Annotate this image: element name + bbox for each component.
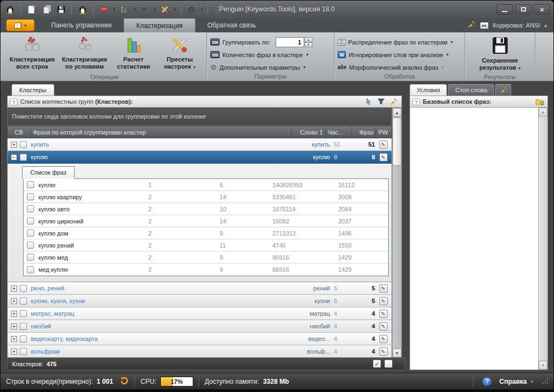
encoding-label[interactable]: Кодировка: ANSI (493, 22, 540, 29)
phrase-row[interactable]: куплю1514082699316112 (24, 179, 388, 191)
cluster-row[interactable]: + кухню, кухня, кухни кухни 5 5 ✎ (7, 295, 392, 307)
edit-icon[interactable]: ✎ (379, 284, 388, 293)
app-penguin-icon[interactable] (4, 3, 16, 15)
dropdown-arrow-icon[interactable]: ▾ (530, 379, 533, 384)
row-checkbox[interactable] (20, 323, 27, 330)
column-header-count[interactable]: Фраз (352, 126, 376, 138)
morphology-button[interactable]: a‖e Морфологический анализ фраз ▾ (338, 62, 453, 72)
scrollbar-thumb[interactable] (393, 117, 401, 166)
expand-icon[interactable]: + (11, 298, 17, 304)
phrase-row[interactable]: куплю рений21147451559 (24, 239, 388, 251)
row-checkbox[interactable] (20, 285, 27, 292)
dropdown-arrow-icon[interactable]: ▾ (228, 7, 230, 12)
dropdown-arrow-icon[interactable]: ▾ (113, 7, 115, 12)
gear-icon[interactable]: ⚙ (186, 3, 198, 15)
expand-icon[interactable]: + (11, 336, 17, 342)
help-label[interactable]: Справка (499, 378, 527, 385)
cluster-row-selected[interactable]: − куплю куплю 8 8 ✎ (7, 151, 392, 164)
scroll-up-icon[interactable]: ▲ (539, 108, 547, 116)
column-header-phrase[interactable]: Фраза по которой сгруппирован кластер (31, 126, 292, 138)
cluster-row[interactable]: + ниобий ниобий 4 4 ✎ (7, 320, 392, 333)
expand-icon[interactable]: + (11, 311, 17, 317)
base-phrases-list[interactable]: ▲ ▼ (410, 107, 548, 370)
spin-down-icon[interactable]: ▼ (305, 42, 312, 47)
cluster-row[interactable]: + вольфрам вольф... 4 4 ✎ (7, 345, 392, 358)
edit-icon[interactable]: ✎ (379, 141, 388, 149)
column-header-freq[interactable]: Час... (326, 126, 352, 138)
cluster-row[interactable]: + видеокарту, видеокарта видео... 4 4 ✎ (7, 333, 392, 345)
penguin-tool-icon[interactable] (76, 3, 88, 15)
row-checkbox[interactable] (27, 242, 34, 249)
resize-grip[interactable] (541, 378, 548, 385)
column-header-word1[interactable]: Слово 1 (292, 126, 326, 138)
phrase-row[interactable]: куплю квартиру21453304613008 (24, 191, 388, 203)
row-checkbox[interactable] (20, 141, 27, 148)
column-header-pw[interactable]: PW (376, 126, 391, 138)
phrase-row[interactable]: куплю дом2927133121496 (24, 227, 388, 239)
save-icon[interactable] (55, 3, 67, 15)
broom-icon[interactable] (467, 20, 475, 30)
spin-up-icon[interactable]: ▲ (305, 37, 312, 42)
cluster-row[interactable]: + рено, рений рений 5 5 ✎ (7, 282, 392, 295)
tab-stopwords[interactable]: Стоп слова (448, 84, 494, 96)
help-icon[interactable]: ? (483, 377, 491, 386)
ignore-words-button[interactable]: W Игнорирование слов при анализе ▾ (338, 49, 453, 60)
expand-icon[interactable]: + (11, 285, 17, 292)
tab-broom[interactable] (495, 84, 511, 96)
scroll-down-icon[interactable]: ▼ (393, 349, 401, 357)
row-checkbox[interactable] (27, 205, 34, 212)
save-results-button[interactable]: Сохранениерезультатов ▾ (470, 35, 530, 73)
cluster-by-conditions-button[interactable]: Кластеризацияпо условиям (58, 35, 110, 73)
distribution-button[interactable]: Распределение фраз по кластерам ▾ (338, 37, 453, 47)
edit-icon[interactable]: ✎ (379, 348, 388, 356)
group-by-area[interactable]: Поместите сюда заголовок колонки для гру… (7, 108, 392, 126)
row-checkbox[interactable] (27, 254, 34, 261)
tab-clusters[interactable]: Кластеры (12, 84, 54, 96)
phrase-row[interactable]: мед куплю29869161429 (24, 264, 388, 276)
scissors-icon[interactable]: ✂ (138, 3, 150, 15)
refresh-icon[interactable] (120, 376, 129, 387)
sort-icon[interactable]: ↓ (118, 3, 130, 15)
scroll-down-icon[interactable]: ▼ (539, 361, 547, 369)
edit-icon[interactable]: ✎ (379, 310, 388, 318)
row-checkbox[interactable] (27, 193, 34, 200)
group-by-input[interactable]: 1 (276, 37, 304, 47)
column-header-sv[interactable]: СВ (8, 126, 31, 138)
dropdown-arrow-icon[interactable]: ▾ (154, 7, 156, 12)
copy-icon[interactable] (40, 3, 52, 15)
cluster-row[interactable]: + купить купить 51 51 ✎ (7, 138, 392, 151)
clusters-scrollbar[interactable]: ▲ ▼ (392, 108, 402, 358)
expand-icon[interactable]: + (11, 323, 17, 329)
cluster-all-button[interactable]: Кластеризациявсех строк (6, 35, 58, 73)
cluster-row[interactable]: + матрас, матрац матрац 4 4 ✎ (7, 307, 392, 320)
row-checkbox[interactable] (20, 154, 27, 161)
dropdown-arrow-icon[interactable]: ▾ (174, 7, 176, 12)
tab-conditions[interactable]: Условия (410, 84, 447, 96)
new-document-icon[interactable] (25, 3, 37, 15)
row-checkbox[interactable] (20, 348, 27, 355)
collapse-row-icon[interactable]: − (11, 154, 17, 160)
filter-icon[interactable] (375, 97, 387, 107)
scroll-up-icon[interactable]: ▲ (393, 108, 401, 117)
row-checkbox[interactable] (27, 217, 34, 225)
row-checkbox[interactable] (20, 298, 27, 305)
expand-icon[interactable]: + (11, 349, 17, 355)
hand-pen-icon[interactable] (362, 97, 374, 107)
tab-feedback[interactable]: Обратная связь (195, 18, 268, 32)
eraser-icon[interactable] (98, 3, 110, 15)
add-folder-icon[interactable] (534, 97, 545, 107)
presets-button[interactable]: Пресетынастроек ▾ (156, 35, 203, 73)
edit-icon[interactable]: ✎ (379, 153, 388, 161)
edit-icon[interactable]: ✎ (379, 297, 388, 305)
tab-control-panel[interactable]: Панель управления (39, 18, 124, 32)
row-checkbox[interactable] (27, 181, 34, 188)
row-checkbox[interactable] (20, 310, 27, 317)
minimize-button[interactable] (496, 4, 513, 15)
app-menu-button[interactable]: ▾ (6, 19, 35, 31)
additional-parameters-button[interactable]: ⚙ Дополнительные параметры ▾ (210, 62, 312, 72)
dropdown-arrow-icon[interactable]: ▾ (133, 7, 136, 12)
close-button[interactable]: × (534, 4, 550, 15)
conditions-scrollbar[interactable]: ▲ ▼ (538, 108, 547, 369)
phrase-row[interactable]: куплю мед29869161429 (24, 251, 388, 264)
maximize-button[interactable] (515, 4, 531, 15)
